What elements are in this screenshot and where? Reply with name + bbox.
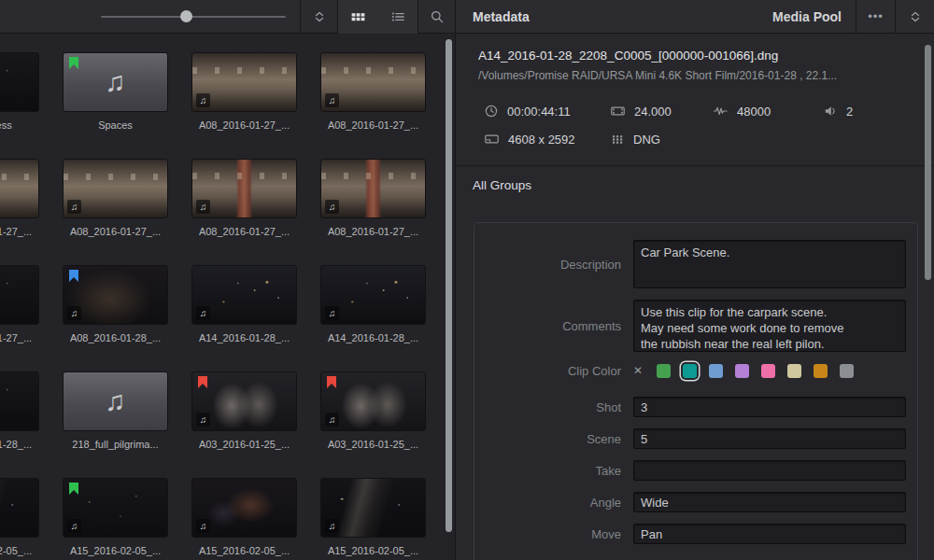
media-clip[interactable]: A08_2016-01-28_... [63,265,168,344]
clip-thumbnail [191,159,297,218]
audio-icon [67,306,81,320]
clip-label: A14_2016-01-28_... [320,332,426,344]
media-clip[interactable]: A03_2016-01-25_... [320,371,426,451]
media-clip[interactable]: A08_2016-01-27_... [0,265,39,344]
audio-icon [325,413,339,427]
angle-row: Angle [474,492,906,512]
media-clip[interactable]: A08_2016-01-27_... [320,159,426,238]
clip-thumbnail [320,52,426,112]
scene-field[interactable] [633,428,906,449]
media-clip[interactable]: A08_2016-01-27_... [191,52,297,132]
media-clip[interactable]: A03_2016-01-25_... [191,371,297,451]
panel-title: Metadata [473,9,530,24]
clip-color-swatch[interactable] [761,364,775,378]
media-pool-pane: Wilderness Spaces A08_2016-01-27_... [0,0,455,560]
media-clip[interactable]: A15_2016-02-05_... [320,478,426,557]
scrollbar-thumb[interactable] [925,45,931,280]
angle-field[interactable] [633,492,906,512]
description-row: Description Car Park Scene. [474,240,906,288]
clip-color-swatch[interactable] [840,364,854,378]
audio-icon [196,413,210,427]
clip-label: A08_2016-01-27_... [320,119,426,132]
media-clip[interactable]: A15_2016-02-05_... [63,478,168,557]
search-button[interactable] [418,0,455,34]
media-clip[interactable]: 218_full_pilgrima... [63,371,168,451]
options-button[interactable]: ••• [856,0,895,34]
description-field[interactable]: Car Park Scene. [633,240,906,288]
media-clip[interactable]: Wilderness [0,52,39,132]
format-stat: DNG [610,132,660,147]
clip-stats: 00:00:44:11 24.000 48000 [484,97,934,153]
metadata-scrollbar[interactable] [925,37,932,556]
comments-field[interactable]: Use this clip for the carpark scene. May… [633,300,906,352]
media-pool-scrollbar[interactable] [443,35,454,560]
field-label: Move [474,527,633,541]
clip-name: A14_2016-01-28_2208_C0005_[000000-001066… [478,49,912,63]
clip-thumbnail [63,159,168,218]
clip-thumbnail [191,478,297,538]
panel-expand-button[interactable] [896,0,934,34]
clip-color-swatch[interactable] [814,364,828,378]
media-clip[interactable]: A08_2016-01-27_... [320,52,426,132]
chevron-up-down-icon [908,9,923,24]
clip-label: A08_2016-01-27_... [320,226,426,238]
sort-order-button[interactable] [301,0,337,34]
clip-color-swatch[interactable] [735,364,749,378]
media-clip[interactable]: A08_2016-01-28_... [0,371,39,451]
audio-icon [325,519,339,533]
clip-thumbnail [0,478,39,538]
format-value: DNG [633,133,660,147]
flag-icon [69,270,78,282]
flag-icon [69,483,78,495]
clip-label: Wilderness [0,119,39,132]
source-label: Media Pool [758,9,856,24]
chevron-up-down-icon [312,9,327,24]
take-field[interactable] [633,460,906,481]
clip-grid: Wilderness Spaces A08_2016-01-27_... [0,35,442,557]
scrollbar-thumb[interactable] [446,39,452,532]
clip-color-swatch[interactable] [683,364,697,378]
film-frame-icon [610,104,626,119]
clock-icon [484,104,499,119]
clip-color-swatch[interactable] [709,364,723,378]
move-field[interactable] [633,524,906,544]
field-label: Shot [474,400,633,414]
clip-thumbnail [63,371,168,431]
slider-knob[interactable] [180,10,192,22]
thumbnail-zoom-slider[interactable] [101,0,286,34]
clip-color-swatch[interactable] [787,364,801,378]
media-clip[interactable]: A08_2016-01-27_... [191,159,297,238]
audio-icon [67,519,81,533]
metadata-groups-selector[interactable]: All Groups [473,178,934,192]
media-clip[interactable]: A08_2016-01-27_... [63,159,168,238]
clear-color-button[interactable]: ✕ [633,364,643,377]
audio-channels-value: 2 [846,105,853,119]
shot-field[interactable] [633,397,906,417]
list-view-button[interactable] [377,0,417,34]
media-clip[interactable]: A14_2016-01-28_... [191,265,297,344]
flag-icon [198,376,207,388]
metadata-pane: Metadata Media Pool ••• A14_2016-01-28_2… [455,0,934,560]
clip-label: A15_2016-02-05_... [191,545,297,557]
media-clip[interactable]: A08_2016-01-27_... [0,159,39,238]
thumbnail-view-button[interactable] [338,0,377,34]
frame-rate-stat: 24.000 [610,104,713,119]
clip-grid-viewport: Wilderness Spaces A08_2016-01-27_... [0,35,442,560]
clip-thumbnail [0,159,39,218]
grid-view-icon [350,9,366,24]
resolution-stat: 4608 x 2592 [484,132,610,147]
media-clip[interactable]: A15_2016-02-05_... [0,478,39,557]
media-clip[interactable]: Spaces [63,52,168,132]
media-clip[interactable]: A15_2016-02-05_... [191,478,297,557]
audio-icon [67,200,81,214]
clip-color-swatch[interactable] [657,364,671,378]
search-icon [430,9,445,24]
resolution-icon [484,132,500,147]
sample-rate-stat: 48000 [713,104,823,119]
audio-icon [196,306,210,320]
clip-thumbnail [320,159,426,218]
clip-label: A08_2016-01-27_... [0,332,39,344]
clip-thumbnail [63,52,168,112]
media-clip[interactable]: A14_2016-01-28_... [320,265,426,344]
speaker-icon [823,104,838,119]
